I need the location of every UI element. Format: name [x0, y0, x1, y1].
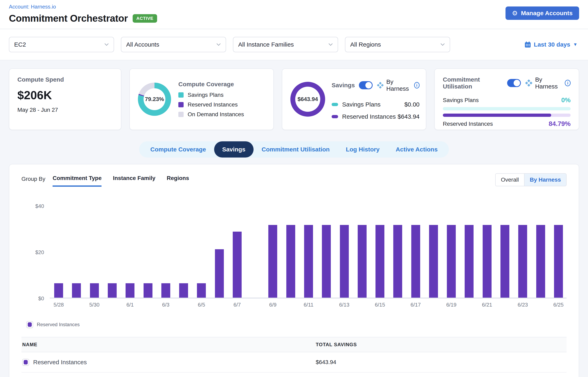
- compute-spend-value: $206K: [17, 88, 113, 102]
- toggle-knob: [514, 80, 520, 86]
- harness-logo-icon: [525, 79, 533, 87]
- chart-bar: [233, 232, 242, 298]
- filter-select-value: All Instance Families: [238, 41, 294, 48]
- overall-byharness-segmented-control: OverallBy Harness: [495, 173, 566, 186]
- y-tick-label: $0: [38, 295, 44, 302]
- legend-item: Savings Plans: [178, 92, 244, 98]
- legend-label: Savings Plans: [342, 101, 380, 108]
- compute-coverage-donut-value: 79.23%: [144, 88, 166, 110]
- gear-icon: ⚙: [512, 10, 518, 16]
- group-by-regions[interactable]: Regions: [167, 175, 189, 187]
- savings-panel: Group By Commitment TypeInstance FamilyR…: [9, 164, 579, 377]
- legend-item: Reserved Instances: [178, 101, 244, 108]
- view-option-by-harness[interactable]: By Harness: [524, 174, 566, 186]
- account-breadcrumb-link[interactable]: Account: Harness.io: [9, 4, 579, 10]
- group-by-label: Group By: [22, 175, 45, 182]
- x-tick-label: 6/3: [162, 302, 169, 308]
- chart-bar: [554, 225, 563, 298]
- harness-logo-icon: [377, 81, 384, 90]
- x-tick-label: 5/28: [54, 302, 64, 308]
- legend-swatch: [178, 112, 184, 117]
- date-range-label: Last 30 days: [534, 41, 570, 48]
- chevron-down-icon: [104, 43, 109, 46]
- chart-bar: [500, 225, 509, 298]
- tab-compute-coverage[interactable]: Compute Coverage: [142, 141, 214, 157]
- chart-bar: [268, 225, 277, 298]
- savings-card: $643.94 Savings: [282, 69, 426, 130]
- chart-bar: [393, 225, 402, 298]
- info-icon[interactable]: i: [414, 82, 420, 88]
- group-by-instance-family[interactable]: Instance Family: [113, 175, 155, 187]
- chart-bar: [286, 225, 295, 298]
- utilisation-bars: Savings Plans0%Reserved Instances84.79%: [443, 96, 571, 128]
- tab-log-history[interactable]: Log History: [338, 141, 388, 157]
- filter-select-1[interactable]: All Accounts: [121, 37, 226, 52]
- utilisation-row-label: Savings Plans0%: [443, 96, 571, 104]
- legend-label: On Demand Instances: [188, 111, 244, 118]
- x-tick-label: 6/17: [410, 302, 421, 308]
- info-icon[interactable]: i: [565, 80, 571, 86]
- table-header: NAME TOTAL SAVINGS: [22, 337, 566, 352]
- chart-bar: [447, 225, 456, 298]
- utilisation-bar-track: [443, 107, 571, 110]
- compute-coverage-legend: Savings PlansReserved InstancesOn Demand…: [178, 92, 244, 118]
- filter-select-2[interactable]: All Instance Families: [233, 37, 338, 52]
- utilisation-by-harness-toggle[interactable]: [507, 79, 521, 87]
- savings-title: Savings: [332, 82, 355, 89]
- chart-bar: [429, 225, 438, 298]
- table-row[interactable]: Reserved Instances$643.94: [22, 352, 566, 373]
- x-tick-label: 6/11: [304, 302, 314, 308]
- x-tick-label: 6/25: [554, 302, 564, 308]
- group-by-commitment-type[interactable]: Commitment Type: [53, 175, 101, 187]
- table-cell-total-savings: $643.94: [316, 359, 566, 365]
- col-total-savings: TOTAL SAVINGS: [316, 342, 566, 347]
- date-range-picker[interactable]: Last 30 days ▼: [524, 41, 577, 48]
- commitment-utilisation-card: Commitment Utilisation By Harness i: [434, 69, 579, 130]
- tab-active-actions[interactable]: Active Actions: [388, 141, 446, 157]
- view-option-overall[interactable]: Overall: [496, 174, 524, 186]
- commitment-utilisation-title: Commitment Utilisation: [443, 76, 503, 90]
- compute-coverage-donut: 79.23%: [138, 82, 171, 116]
- legend-checkbox-fill: [28, 322, 32, 327]
- x-tick-label: 6/15: [375, 302, 385, 308]
- savings-donut: $643.94: [290, 82, 325, 117]
- group-by-tabs: Commitment TypeInstance FamilyRegions: [53, 175, 189, 187]
- savings-by-harness-toggle[interactable]: [359, 81, 373, 89]
- chart-bar: [215, 249, 224, 298]
- y-tick-label: $20: [35, 249, 44, 256]
- utilisation-label: Reserved Instances: [443, 121, 493, 127]
- row-checkbox[interactable]: [22, 359, 29, 366]
- tab-savings[interactable]: Savings: [214, 141, 254, 157]
- manage-accounts-button[interactable]: ⚙ Manage Accounts: [506, 6, 579, 20]
- chart-bar: [54, 283, 63, 298]
- legend-swatch: [332, 103, 338, 106]
- chart-bar: [144, 283, 153, 298]
- manage-accounts-label: Manage Accounts: [521, 10, 573, 17]
- chart-bar: [90, 283, 99, 298]
- filter-select-3[interactable]: All Regions: [345, 37, 450, 52]
- compute-coverage-card: 79.23% Compute Coverage Savings PlansRes…: [129, 69, 274, 130]
- chart-bar: [518, 225, 527, 298]
- compute-spend-card: Compute Spend $206K May 28 - Jun 27: [9, 69, 121, 130]
- page-header: Account: Harness.io Commitment Orchestra…: [0, 0, 588, 29]
- chart-y-axis: $0$20$40: [22, 206, 50, 298]
- chevron-down-icon: [440, 43, 445, 46]
- savings-legend-row: Savings Plans$0.00: [332, 101, 420, 108]
- legend-label: Reserved Instances: [37, 322, 80, 327]
- utilisation-bar-track: [443, 114, 571, 117]
- chart-bar: [483, 225, 492, 298]
- chart-bar: [179, 283, 188, 298]
- row-checkbox-fill: [24, 360, 28, 365]
- chart-bar: [322, 225, 331, 298]
- legend-label: Reserved Instances: [188, 101, 238, 108]
- legend-value: $643.94: [398, 113, 419, 120]
- filter-select-value: All Regions: [350, 41, 381, 48]
- filter-select-0[interactable]: EC2: [9, 37, 114, 52]
- legend-checkbox[interactable]: [26, 321, 33, 328]
- toggle-knob: [365, 82, 372, 88]
- utilisation-row-label: Reserved Instances84.79%: [443, 120, 571, 128]
- chart-legend: Reserved Instances: [22, 321, 566, 328]
- utilisation-label: Savings Plans: [443, 97, 479, 104]
- savings-legend-rows: Savings Plans$0.00Reserved Instances$643…: [332, 101, 420, 120]
- tab-commitment-utilisation[interactable]: Commitment Utilisation: [254, 141, 338, 157]
